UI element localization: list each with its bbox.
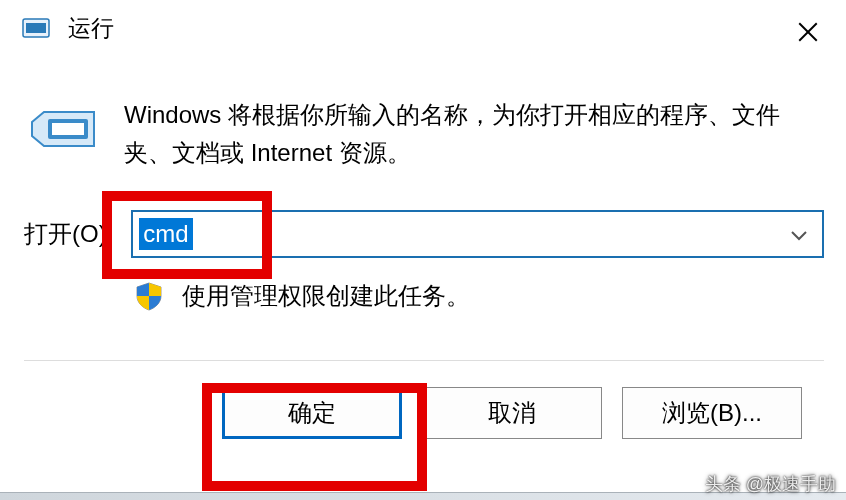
open-row: 打开(O): cmd (24, 210, 824, 258)
close-icon[interactable] (790, 14, 826, 50)
window-title: 运行 (68, 13, 114, 44)
description-text: Windows 将根据你所输入的名称，为你打开相应的程序、文件夹、文档或 Int… (124, 96, 824, 172)
run-app-icon (22, 14, 50, 42)
browse-button[interactable]: 浏览(B)... (622, 387, 802, 439)
button-row: 确定 取消 浏览(B)... (24, 387, 824, 439)
shield-icon (134, 281, 164, 311)
svg-rect-1 (26, 23, 46, 33)
dialog-content: Windows 将根据你所输入的名称，为你打开相应的程序、文件夹、文档或 Int… (0, 56, 846, 439)
svg-rect-5 (52, 123, 84, 135)
open-label: 打开(O): (24, 218, 113, 250)
chevron-down-icon[interactable] (790, 228, 808, 240)
description-row: Windows 将根据你所输入的名称，为你打开相应的程序、文件夹、文档或 Int… (24, 96, 824, 172)
run-large-icon (30, 102, 98, 158)
open-combobox[interactable]: cmd (131, 210, 824, 258)
open-input-value[interactable]: cmd (139, 218, 192, 250)
titlebar: 运行 (0, 0, 846, 56)
run-dialog: 运行 Windows 将根据你所输入的名称，为你打开相应的程序、文件夹、文档或 … (0, 0, 846, 500)
watermark-text: 头条 @极速手助 (705, 472, 836, 496)
cancel-button[interactable]: 取消 (422, 387, 602, 439)
separator (24, 360, 824, 361)
ok-button[interactable]: 确定 (222, 387, 402, 439)
admin-note-text: 使用管理权限创建此任务。 (182, 280, 470, 312)
admin-note-row: 使用管理权限创建此任务。 (24, 280, 824, 312)
